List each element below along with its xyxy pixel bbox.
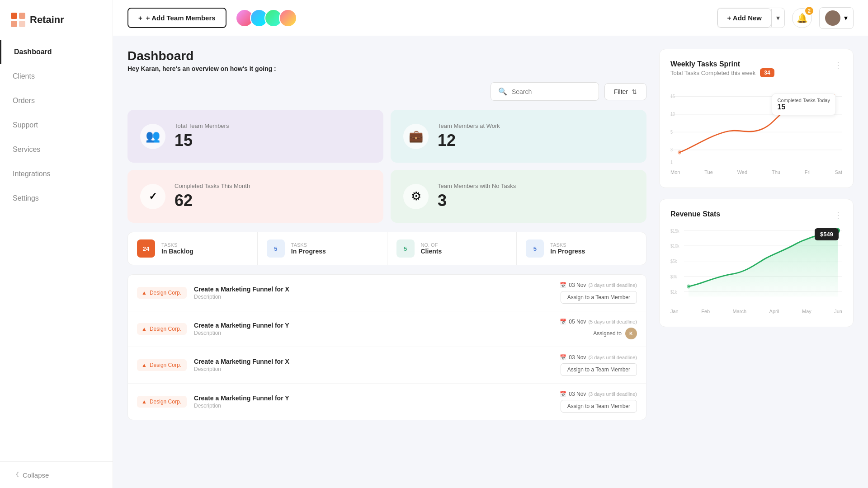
task-list: ▲Design Corp.Create a Marketing Funnel f… [127,274,646,420]
task-row: ▲Design Corp.Create a Marketing Funnel f… [128,384,646,420]
stat-card-no-tasks: ⚙ Team Members with No Tasks 3 [391,170,646,223]
task-title: Create a Marketing Funnel for Y [194,322,552,329]
client-name: Design Corp. [150,362,181,368]
stat-value-at-work: 12 [438,131,500,150]
revenue-x-labels: JanFebMarchAprilMayJun [670,307,842,316]
stat-card-at-work: 💼 Team Members at Work 12 [391,110,646,163]
task-row: ▲Design Corp.Create a Marketing Funnel f… [128,311,646,347]
backlog-badge: 24 [137,239,155,258]
task-description: Description [194,330,552,336]
stat-icon-check: ✓ [140,184,165,209]
user-menu-button[interactable]: ▾ [819,7,854,29]
svg-text:$15k: $15k [670,228,679,234]
task-deadline-date: 📅 03 Nov (3 days until deadline) [560,391,637,397]
assigned-text: Assigned to [593,330,622,337]
filter-button[interactable]: Filter ⇅ [604,83,646,100]
client-icon: ▲ [142,290,147,296]
search-filter-row: 🔍 Filter ⇅ [127,82,646,101]
stat-value-completed: 62 [175,191,250,210]
notification-button[interactable]: 🔔 2 [792,8,812,28]
page-title: Dashboard [127,49,646,63]
clients-label: No. of [421,242,442,248]
task-client-badge: ▲Design Corp. [137,359,187,371]
stat-icon-work: 💼 [403,124,429,149]
revenue-x-label: May [802,309,811,314]
search-input[interactable] [512,88,591,95]
header-right: + Add New ▾ 🔔 2 ▾ [717,7,854,29]
collapse-button[interactable]: 《 Collapse [0,461,113,488]
task-summary-row: 24 Tasks In Backlog 5 Tasks In Progress [127,232,646,265]
assign-button[interactable]: Assign to a Team Member [561,400,637,413]
sidebar-item-support[interactable]: Support [0,113,113,137]
task-description: Description [194,366,552,372]
add-new-wrapper: + Add New ▾ [717,8,785,28]
client-icon: ▲ [142,399,147,405]
stat-label-completed: Completed Tasks This Month [175,183,250,189]
revenue-x-label: April [769,309,779,314]
header-left: + + Add Team Members [127,8,297,28]
dashboard-header: Dashboard Hey Karan, here's an overview … [127,49,646,72]
backlog-label: Tasks [161,242,193,248]
logo-area: Retainr [0,0,113,40]
stat-card-total-team: 👥 Total Team Members 15 [127,110,383,163]
team-avatars [236,9,297,27]
svg-rect-0 [11,13,17,19]
sprint-tooltip: Completed Tasks Today 15 [772,94,836,115]
assign-button[interactable]: Assign to a Team Member [561,291,637,304]
calendar-icon: 📅 [560,282,566,288]
task-description: Description [194,294,552,300]
inprogress2-label: Tasks [550,242,585,248]
svg-text:15: 15 [670,94,675,99]
svg-text:10: 10 [670,112,675,117]
revenue-more-icon[interactable]: ⋮ [834,210,842,220]
revenue-chart: $15k $10k $5k $3k $1k $549 [670,225,842,307]
svg-text:5: 5 [670,129,673,135]
inprogress1-sublabel: In Progress [291,248,326,255]
svg-text:1: 1 [670,160,673,165]
task-summary-inprogress1: 5 Tasks In Progress [258,232,387,265]
sidebar-item-integrations[interactable]: Integrations [0,162,113,186]
assign-button[interactable]: Assign to a Team Member [561,363,637,376]
svg-text:$3k: $3k [670,274,677,279]
sidebar-item-settings[interactable]: Settings [0,186,113,211]
dashboard-subtitle: Hey Karan, here's an overview on how's i… [127,65,646,72]
content-left: Dashboard Hey Karan, here's an overview … [127,49,646,475]
inprogress2-sublabel: In Progress [550,248,585,255]
task-client-badge: ▲Design Corp. [137,323,187,335]
content-right: Weekly Tasks Sprint Total Tasks Complete… [659,49,854,475]
user-dropdown-icon: ▾ [844,14,848,22]
sprint-x-label: Wed [737,169,747,175]
calendar-icon: 📅 [560,354,566,361]
add-new-button[interactable]: + Add New [717,8,771,28]
sidebar-item-orders[interactable]: Orders [0,89,113,113]
add-new-dropdown-icon[interactable]: ▾ [771,9,784,27]
sprint-x-labels: MonTueWedThuFriSat [670,168,842,177]
add-team-button[interactable]: + + Add Team Members [127,8,226,28]
stat-icon-team: 👥 [140,124,165,149]
sidebar-item-dashboard[interactable]: Dashboard [0,40,113,64]
svg-point-26 [687,285,690,289]
task-row: ▲Design Corp.Create a Marketing Funnel f… [128,275,646,311]
task-deadline-date: 📅 03 Nov (3 days until deadline) [560,282,637,288]
user-avatar [825,10,840,26]
revenue-title: Revenue Stats [670,210,720,218]
inprogress1-badge: 5 [267,239,285,258]
client-name: Design Corp. [150,326,181,332]
sprint-more-icon[interactable]: ⋮ [834,60,842,70]
logo-icon [11,13,25,27]
svg-rect-1 [19,13,25,19]
sprint-badge: 34 [760,68,774,77]
sprint-x-label: Tue [704,169,713,175]
sidebar-item-clients[interactable]: Clients [0,64,113,89]
sprint-chart: 15 10 5 3 1 Completed Tasks Today [670,86,842,168]
assigned-avatar: K [625,328,637,339]
sidebar-item-services[interactable]: Services [0,137,113,162]
plus-icon: + [138,14,142,22]
task-deadline-date: 📅 05 Nov (5 days until deadline) [560,319,637,325]
search-box: 🔍 [491,82,599,101]
main-area: + + Add Team Members + Add New ▾ 🔔 2 [113,0,868,488]
client-name: Design Corp. [150,290,181,296]
svg-text:$10k: $10k [670,244,679,249]
svg-text:$1k: $1k [670,289,677,295]
task-row: ▲Design Corp.Create a Marketing Funnel f… [128,347,646,384]
